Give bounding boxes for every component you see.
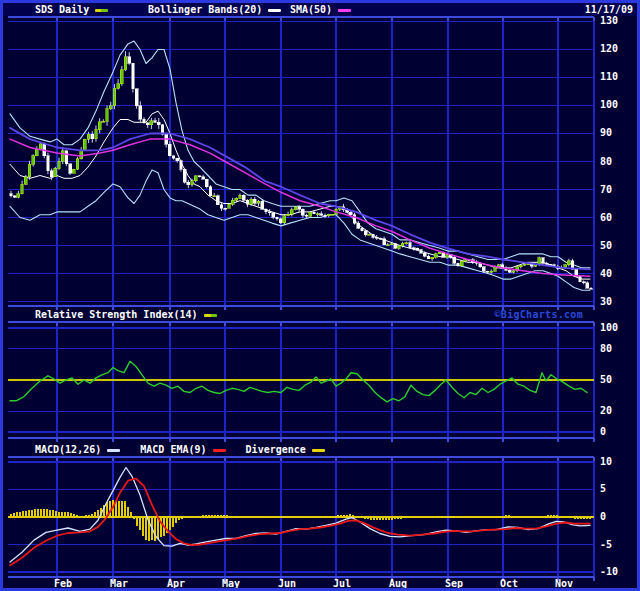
y-tick-label: -5 [600, 539, 638, 550]
month-label: Jul [327, 578, 357, 589]
y-tick-label: 60 [600, 212, 638, 223]
chart-date: 11/17/09 [585, 3, 633, 16]
month-label: Aug [383, 578, 413, 589]
bigcharts-chart-image: SDS Daily Bollinger Bands(20) SMA(50) 11… [0, 0, 640, 591]
y-tick-label: 5 [600, 483, 638, 494]
month-label: Mar [104, 578, 134, 589]
y-tick-label: 30 [600, 296, 638, 307]
month-label: Nov [549, 578, 579, 589]
y-tick-label: -10 [600, 566, 638, 577]
y-tick-label: 50 [600, 240, 638, 251]
chart-canvas [0, 0, 640, 591]
macd-legend-dash-icon [107, 449, 120, 452]
divergence-dash-icon [312, 449, 325, 452]
sma-legend-label: SMA(50) [290, 4, 332, 15]
rsi-title: Relative Strength Index(14) [35, 309, 198, 320]
symbol-legend-dash-icon [95, 9, 108, 12]
y-tick-label: 100 [600, 322, 638, 333]
macd-legend: MACD(12,26) MACD EMA(9) Divergence [35, 443, 325, 456]
macd-ema-label: MACD EMA(9) [140, 444, 206, 455]
rsi-legend-dash-icon [204, 314, 217, 317]
month-label: Oct [494, 578, 524, 589]
bollinger-legend-dash-icon [268, 9, 281, 12]
y-tick-label: 10 [600, 456, 638, 467]
y-tick-label: 120 [600, 43, 638, 54]
y-tick-label: 130 [600, 15, 638, 26]
y-tick-label: 20 [600, 405, 638, 416]
y-tick-label: 0 [600, 426, 638, 437]
macd-ema-dash-icon [213, 449, 226, 452]
y-tick-label: 90 [600, 127, 638, 138]
month-label: Apr [161, 578, 191, 589]
bollinger-legend-label: Bollinger Bands(20) [148, 4, 262, 15]
y-tick-label: 100 [600, 99, 638, 110]
y-tick-label: 110 [600, 71, 638, 82]
y-tick-label: 50 [600, 374, 638, 385]
month-label: May [216, 578, 246, 589]
symbol-legend: SDS Daily [35, 3, 108, 16]
y-tick-label: 80 [600, 343, 638, 354]
month-label: Feb [48, 578, 78, 589]
divergence-label: Divergence [246, 444, 306, 455]
y-tick-label: 0 [600, 511, 638, 522]
month-label: Jun [272, 578, 302, 589]
macd-label: MACD(12,26) [35, 444, 101, 455]
bigcharts-watermark: ©BigCharts.com [495, 308, 584, 321]
y-tick-label: 80 [600, 156, 638, 167]
bollinger-legend: Bollinger Bands(20) [148, 3, 281, 16]
y-tick-label: 70 [600, 184, 638, 195]
sma-legend-dash-icon [338, 9, 351, 12]
month-label: Sep [439, 578, 469, 589]
y-tick-label: 40 [600, 268, 638, 279]
symbol-label: SDS Daily [35, 4, 89, 15]
sma-legend: SMA(50) [290, 3, 351, 16]
rsi-legend: Relative Strength Index(14) [35, 308, 217, 321]
